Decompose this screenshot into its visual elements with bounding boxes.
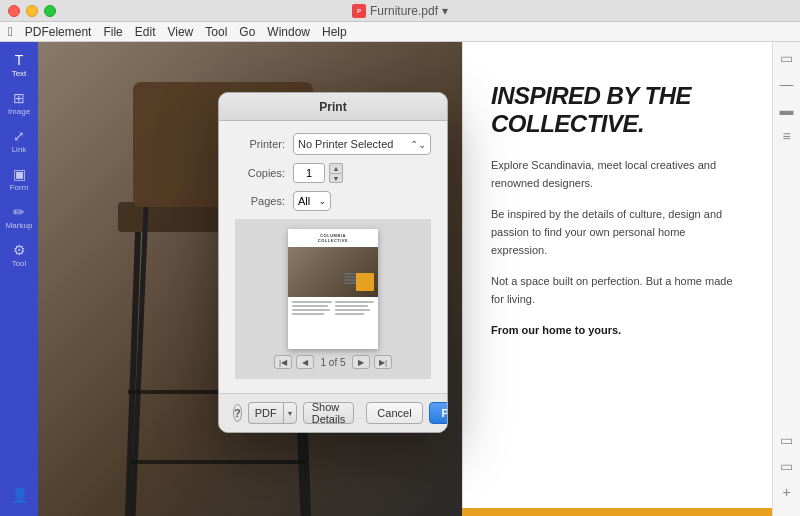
content-area: INSPIRED BY THE COLLECTIVE. Explore Scan… <box>38 42 772 516</box>
print-button[interactable]: Print <box>429 402 448 424</box>
pdf-bold-text: From our home to yours. <box>491 322 744 340</box>
sidebar-item-tool[interactable]: ⚙ Tool <box>2 238 36 272</box>
preview-inner: COLUMBIA COLLECTIVE <box>288 229 378 349</box>
sidebar-label-form: Form <box>10 183 29 192</box>
sidebar-label-text: Text <box>12 69 27 78</box>
last-page-button[interactable]: ▶| <box>374 355 392 369</box>
copies-stepper-buttons: ▲ ▼ <box>329 163 343 183</box>
prev-page-button[interactable]: ◀ <box>296 355 314 369</box>
menu-edit[interactable]: Edit <box>135 25 156 39</box>
maximize-button[interactable] <box>44 5 56 17</box>
pdf-para-1: Explore Scandinavia, meet local creative… <box>491 157 744 192</box>
current-page: 1 <box>320 357 326 368</box>
sidebar-label-markup: Markup <box>6 221 33 230</box>
rt-icon-6[interactable]: ▭ <box>780 458 793 474</box>
menu-window[interactable]: Window <box>267 25 310 39</box>
printer-select-value: No Printer Selected <box>298 138 393 150</box>
copies-row: Copies: 1 ▲ ▼ <box>235 163 431 183</box>
sidebar-item-image[interactable]: ⊞ Image <box>2 86 36 120</box>
menu-view[interactable]: View <box>167 25 193 39</box>
user-icon: 👤 <box>11 487 28 503</box>
pages-dropdown-icon: ⌄ <box>319 197 326 206</box>
pdf-file-icon: P <box>352 4 366 18</box>
rt-icon-4[interactable]: ≡ <box>782 128 790 144</box>
pages-label: Pages: <box>235 195 285 207</box>
filename-label: Furniture.pdf <box>370 4 438 18</box>
copies-label: Copies: <box>235 167 285 179</box>
preview-col-title-2: COLLECTIVE <box>292 238 374 243</box>
preview-area: COLUMBIA COLLECTIVE <box>235 219 431 379</box>
form-icon: ▣ <box>13 166 26 182</box>
sidebar-item-link[interactable]: ⤢ Link <box>2 124 36 158</box>
page-navigation: |◀ ◀ 1 of 5 ▶ ▶| <box>274 355 392 369</box>
copies-decrement-button[interactable]: ▼ <box>329 173 343 183</box>
sidebar-item-user[interactable]: 👤 <box>2 483 36 508</box>
printer-select[interactable]: No Printer Selected ⌃⌄ <box>293 133 431 155</box>
image-icon: ⊞ <box>13 90 25 106</box>
rt-bottom: ▭ ▭ + <box>780 432 793 500</box>
help-button[interactable]: ? <box>233 404 242 422</box>
pages-row: Pages: All ⌄ <box>235 191 431 211</box>
menu-pdfelement[interactable]: PDFelement <box>25 25 92 39</box>
title-dropdown-arrow[interactable]: ▾ <box>442 4 448 18</box>
preview-text-col-left <box>292 301 332 317</box>
dialog-body: Printer: No Printer Selected ⌃⌄ Copies: … <box>219 121 447 393</box>
sidebar-label-image: Image <box>8 107 30 116</box>
text-icon: T <box>15 52 24 68</box>
sidebar-item-text[interactable]: T Text <box>2 48 36 82</box>
menu-file[interactable]: File <box>103 25 122 39</box>
preview-image-area <box>288 247 378 297</box>
copies-stepper: 1 ▲ ▼ <box>293 163 343 183</box>
link-icon: ⤢ <box>13 128 25 144</box>
printer-dropdown-icon: ⌃⌄ <box>410 139 426 150</box>
pdf-button[interactable]: PDF <box>248 402 283 424</box>
pdf-button-label: PDF <box>255 407 277 419</box>
sidebar-item-markup[interactable]: ✏ Markup <box>2 200 36 234</box>
menu-bar:  PDFelement File Edit View Tool Go Wind… <box>0 22 800 42</box>
rt-icon-2[interactable]: — <box>780 76 794 92</box>
print-label: Print <box>442 407 448 419</box>
show-details-label: Show Details <box>312 401 346 425</box>
menu-go[interactable]: Go <box>239 25 255 39</box>
preview-orange-box <box>356 273 374 291</box>
cancel-button[interactable]: Cancel <box>366 402 422 424</box>
right-toolbar: ▭ — ▬ ≡ ▭ ▭ + <box>772 42 800 516</box>
first-page-button[interactable]: |◀ <box>274 355 292 369</box>
sidebar-item-form[interactable]: ▣ Form <box>2 162 36 196</box>
copies-increment-button[interactable]: ▲ <box>329 163 343 173</box>
preview-page: COLUMBIA COLLECTIVE <box>288 229 378 349</box>
pdf-para-3: Not a space built on perfection. But a h… <box>491 273 744 308</box>
apple-menu[interactable]:  <box>8 24 13 39</box>
close-button[interactable] <box>8 5 20 17</box>
rt-icon-3[interactable]: ▬ <box>780 102 794 118</box>
title-bar: P Furniture.pdf ▾ <box>0 0 800 22</box>
menu-help[interactable]: Help <box>322 25 347 39</box>
print-dialog: Print Printer: No Printer Selected ⌃⌄ Co… <box>218 92 448 433</box>
rt-add-icon[interactable]: + <box>782 484 790 500</box>
cancel-label: Cancel <box>377 407 411 419</box>
pdf-button-group: PDF ▾ <box>248 402 297 424</box>
pdf-dropdown-button[interactable]: ▾ <box>283 402 297 424</box>
pdf-para-2: Be inspired by the details of culture, d… <box>491 206 744 259</box>
show-details-button[interactable]: Show Details <box>303 402 355 424</box>
help-label: ? <box>234 407 241 419</box>
pages-select[interactable]: All ⌄ <box>293 191 331 211</box>
app-body: T Text ⊞ Image ⤢ Link ▣ Form ✏ Markup ⚙ … <box>0 42 800 516</box>
tool-icon: ⚙ <box>13 242 26 258</box>
preview-text-area <box>288 297 378 321</box>
printer-label: Printer: <box>235 138 285 150</box>
rt-icon-1[interactable]: ▭ <box>780 50 793 66</box>
dialog-title: Print <box>319 100 346 114</box>
sidebar-bottom: 👤 <box>2 483 36 508</box>
traffic-lights <box>8 5 56 17</box>
next-page-button[interactable]: ▶ <box>352 355 370 369</box>
minimize-button[interactable] <box>26 5 38 17</box>
pages-select-value: All <box>298 195 310 207</box>
menu-tool[interactable]: Tool <box>205 25 227 39</box>
title-bar-title: P Furniture.pdf ▾ <box>352 4 448 18</box>
dialog-footer: ? PDF ▾ Show Details Cancel Print <box>219 393 447 432</box>
rt-icon-5[interactable]: ▭ <box>780 432 793 448</box>
page-of-label: of <box>329 357 337 368</box>
copies-input[interactable]: 1 <box>293 163 325 183</box>
page-indicator: 1 of 5 <box>318 357 348 368</box>
